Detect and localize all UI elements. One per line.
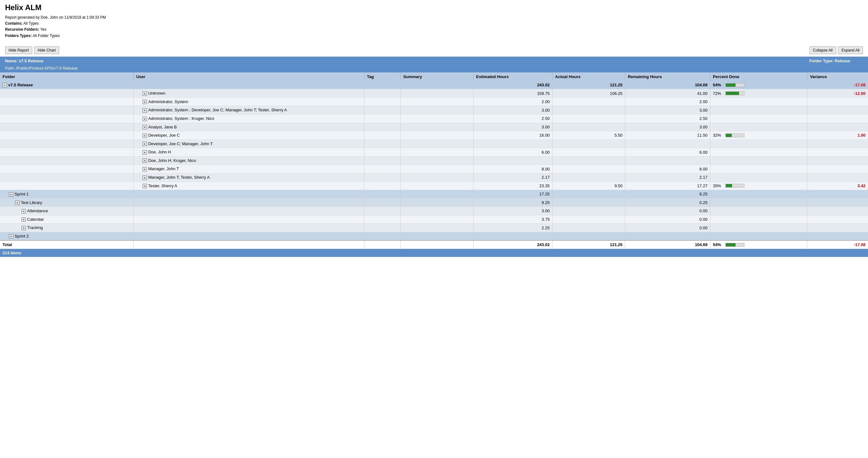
cell-user (133, 232, 364, 240)
cell-user: +Administrator, System ; Kruger, Nico (133, 115, 364, 123)
cell-tag (364, 198, 401, 207)
cell-variance: -12.50 (807, 89, 868, 98)
cell-user (133, 215, 364, 224)
cell-percent (710, 165, 807, 173)
table-row: +Administrator, System ; Kruger, Nico2.5… (0, 115, 868, 123)
cell-tag (364, 232, 401, 240)
expand-icon[interactable]: + (143, 176, 147, 180)
cell-percent (710, 232, 807, 240)
table-row: +Sprint 117.258.25 (0, 190, 868, 199)
expand-icon[interactable]: + (22, 209, 26, 213)
expand-icon[interactable]: + (143, 125, 147, 130)
cell-user: +Doe, John H; Kruger, Nico (133, 156, 364, 165)
cell-folder (0, 131, 133, 140)
expand-icon[interactable]: + (143, 167, 147, 171)
expand-icon[interactable]: + (143, 91, 147, 96)
cell-remaining: 0.00 (625, 224, 710, 232)
table-row: +Developer, Joe C; Manager, John T (0, 140, 868, 148)
recursive-line: Recursive Folders: Yes (5, 27, 863, 33)
user-name: Unknown (148, 91, 165, 95)
cell-percent: 35% (710, 181, 807, 190)
collapse-all-button[interactable]: Collapse All (809, 47, 836, 54)
toolbar-right: Collapse All Expand All (809, 47, 863, 54)
user-name: Manager, John T; Tester, Sherry A (148, 175, 210, 180)
table-row: +Administrator, System2.002.00 (0, 97, 868, 106)
col-header-estimated: Estimated Hours (473, 73, 553, 81)
cell-variance (807, 232, 868, 240)
cell-variance (807, 165, 868, 173)
expand-icon[interactable]: + (143, 134, 147, 138)
col-header-variance: Variance (807, 73, 868, 81)
cell-summary (401, 81, 473, 89)
expand-icon[interactable]: + (143, 117, 147, 121)
cell-percent (710, 140, 807, 148)
cell-user: +Manager, John T; Tester, Sherry A (133, 173, 364, 181)
cell-remaining: 2.00 (625, 97, 710, 106)
expand-icon[interactable]: + (143, 108, 147, 113)
data-table: Folder User Tag Summary Estimated Hours … (0, 73, 868, 257)
contains-label: Contains: (5, 21, 23, 26)
cell-folder (0, 89, 133, 98)
total-variance-value: -17.08 (854, 242, 865, 247)
cell-percent (710, 123, 807, 131)
cell-remaining: 2.50 (625, 115, 710, 123)
table-row: +Doe, John H6.006.00 (0, 148, 868, 156)
cell-percent (710, 215, 807, 224)
expand-icon[interactable]: − (3, 83, 7, 87)
folder-name: Sprint 1 (14, 192, 29, 196)
expand-icon[interactable]: + (143, 184, 147, 188)
cell-tag (364, 165, 401, 173)
total-summary (401, 240, 473, 249)
cell-estimated: 2.50 (473, 115, 553, 123)
path-label: Path: (5, 66, 14, 70)
expand-icon[interactable]: + (15, 201, 20, 205)
cell-summary (401, 131, 473, 140)
expand-icon[interactable]: + (22, 217, 26, 222)
cell-percent (710, 190, 807, 199)
cell-folder: +Calendar (0, 215, 133, 224)
expand-icon[interactable]: + (143, 99, 147, 104)
total-row: Total 243.02 121.25 104.69 54% -17.08 (0, 240, 868, 249)
expand-all-button[interactable]: Expand All (838, 47, 863, 54)
cell-actual (552, 224, 625, 232)
table-row: +Sprint 2 (0, 232, 868, 240)
expand-icon[interactable]: + (143, 150, 147, 155)
table-row: +Analyst, Jane B3.003.00 (0, 123, 868, 131)
expand-icon[interactable]: + (22, 226, 26, 230)
cell-actual: 5.50 (552, 131, 625, 140)
cell-actual (552, 97, 625, 106)
hide-chart-button[interactable]: Hide Chart (34, 47, 59, 54)
cell-tag (364, 81, 401, 89)
cell-folder: +Sprint 2 (0, 232, 133, 240)
cell-variance (807, 224, 868, 232)
cell-percent (710, 198, 807, 207)
cell-summary (401, 181, 473, 190)
cell-summary (401, 106, 473, 115)
cell-percent: 72% (710, 89, 807, 98)
cell-actual: 121.25 (552, 81, 625, 89)
folder-header: Name: v7.5 Release Folder Type: Release (0, 57, 868, 65)
variance-value: -12.50 (854, 91, 865, 96)
cell-summary (401, 173, 473, 181)
cell-remaining: 17.27 (625, 181, 710, 190)
expand-icon[interactable]: + (9, 192, 13, 197)
folder-type-line: Folder Type: Release (809, 59, 863, 63)
expand-icon[interactable]: + (9, 234, 13, 238)
expand-icon[interactable]: + (143, 142, 147, 146)
cell-actual (552, 148, 625, 156)
cell-tag (364, 207, 401, 216)
expand-icon[interactable]: + (143, 159, 147, 163)
cell-folder (0, 115, 133, 123)
path-value: /Public/Product APS/v7.5 Release (16, 66, 78, 70)
cell-remaining (625, 232, 710, 240)
table-row: +Administrator, System ; Developer, Joe … (0, 106, 868, 115)
cell-user: +Doe, John H (133, 148, 364, 156)
cell-actual (552, 156, 625, 165)
cell-user (133, 207, 364, 216)
hide-report-button[interactable]: Hide Report (5, 47, 32, 54)
folder-types-line: Folders Types: All Folder Types (5, 33, 863, 39)
cell-folder (0, 148, 133, 156)
cell-user: +Developer, Joe C; Manager, John T (133, 140, 364, 148)
cell-percent (710, 207, 807, 216)
cell-variance (807, 173, 868, 181)
